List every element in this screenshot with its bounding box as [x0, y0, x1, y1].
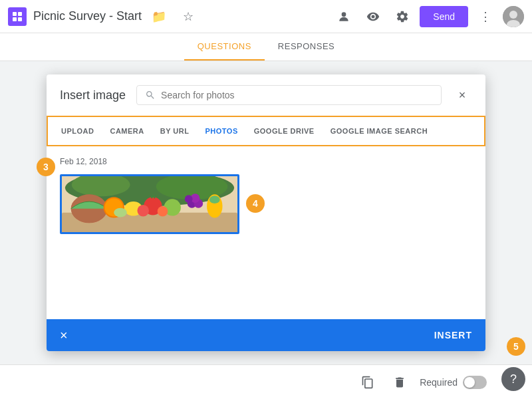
main-area: 3 Insert image × UPLOAD CAMERA BY URL PH…: [0, 61, 532, 399]
svg-point-4: [342, 12, 346, 17]
avatar[interactable]: [503, 6, 524, 27]
tab-photos[interactable]: PHOTOS: [197, 120, 245, 142]
app-title: Picnic Survey - Start 📁 ☆: [33, 5, 332, 29]
search-input[interactable]: [161, 90, 433, 100]
search-icon: [145, 90, 156, 100]
required-label-group: Required: [420, 376, 487, 389]
photo-date: Feb 12, 2018: [60, 157, 472, 166]
settings-icon-btn[interactable]: [390, 5, 414, 29]
svg-rect-0: [13, 12, 17, 16]
topbar: Picnic Survey - Start 📁 ☆ Send ⋮: [0, 0, 532, 33]
svg-point-6: [509, 11, 517, 19]
app-icon: [8, 7, 27, 26]
insert-image-dialog: Insert image × UPLOAD CAMERA BY URL PHOT…: [47, 74, 485, 351]
annotation-5: 5: [507, 337, 525, 356]
dialog-title: Insert image: [60, 88, 126, 102]
footer-close-button[interactable]: ×: [60, 328, 68, 343]
search-box[interactable]: [136, 85, 442, 105]
title-text: Picnic Survey - Start: [33, 9, 142, 23]
tab-questions[interactable]: Questions: [184, 33, 265, 61]
close-dialog-button[interactable]: ×: [452, 85, 472, 105]
dialog-tabs-wrapper: UPLOAD CAMERA BY URL PHOTOS GOOGLE DRIVE…: [47, 116, 485, 146]
more-icon-btn[interactable]: ⋮: [473, 5, 497, 29]
svg-point-27: [158, 206, 168, 217]
svg-rect-3: [18, 17, 22, 21]
svg-point-25: [209, 196, 220, 203]
person-icon-btn[interactable]: [332, 5, 356, 29]
image-container[interactable]: 4: [60, 174, 239, 234]
svg-point-26: [137, 205, 149, 217]
delete-icon-btn[interactable]: [388, 370, 412, 394]
dialog-tabs: UPLOAD CAMERA BY URL PHOTOS GOOGLE DRIVE…: [48, 117, 484, 145]
svg-point-14: [71, 194, 108, 223]
annotation-3: 3: [37, 158, 55, 176]
required-text: Required: [420, 377, 458, 388]
dialog-content: Feb 12, 2018: [47, 146, 485, 319]
help-button[interactable]: ?: [501, 367, 525, 391]
required-toggle[interactable]: [463, 376, 487, 389]
folder-icon-btn[interactable]: 📁: [147, 5, 171, 29]
topbar-actions: Send ⋮: [332, 5, 524, 29]
tab-by-url[interactable]: BY URL: [152, 120, 198, 142]
tab-camera[interactable]: CAMERA: [102, 120, 152, 142]
star-icon-btn[interactable]: ☆: [176, 5, 200, 29]
eye-icon-btn[interactable]: [361, 5, 385, 29]
svg-rect-1: [18, 12, 22, 16]
tab-upload[interactable]: UPLOAD: [53, 120, 102, 142]
tab-responses[interactable]: Responses: [265, 33, 348, 61]
send-button[interactable]: Send: [420, 6, 468, 27]
tab-google-drive[interactable]: GOOGLE DRIVE: [246, 120, 323, 142]
dialog-header: Insert image ×: [47, 74, 485, 116]
svg-point-23: [185, 195, 193, 203]
page-tabs: Questions Responses: [0, 33, 532, 61]
dialog-footer: × INSERT: [47, 319, 485, 351]
bottom-toolbar: Required ⋮: [0, 364, 532, 399]
image-thumbnail[interactable]: [60, 174, 239, 234]
svg-point-28: [114, 208, 127, 217]
fruit-image: [62, 174, 237, 234]
copy-icon-btn[interactable]: [356, 370, 380, 394]
tab-google-image-search[interactable]: GOOGLE IMAGE SEARCH: [323, 120, 436, 142]
insert-button[interactable]: INSERT: [434, 330, 472, 340]
annotation-4: 4: [246, 194, 265, 213]
svg-rect-2: [13, 17, 17, 21]
